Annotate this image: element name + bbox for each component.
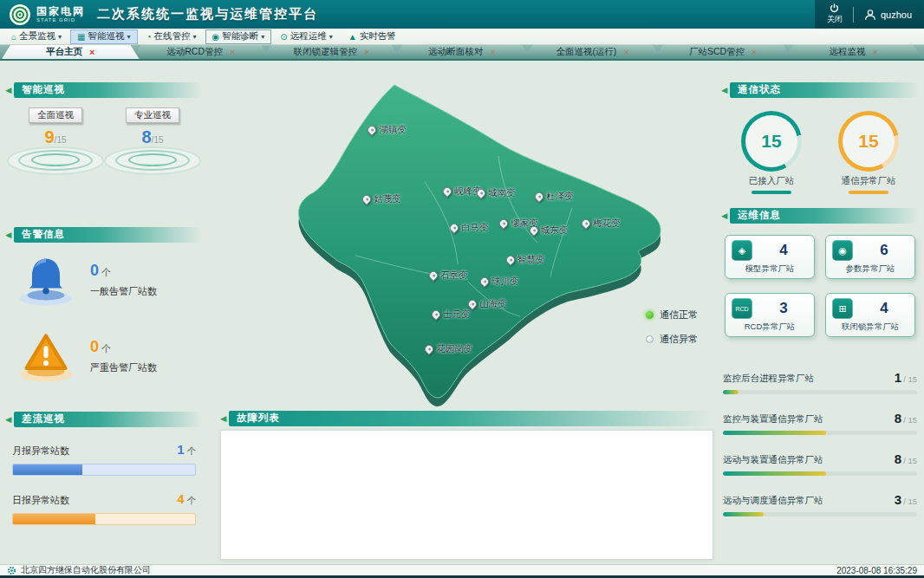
tab-close-icon[interactable] [873, 48, 878, 57]
ops-cards: ◈ 4 模型异常厂站 ◉ 6 参数异常厂站 RCD 3 RCD异常厂站 ⊞ 4 … [721, 223, 919, 337]
menu-panorama[interactable]: ⌂ 全景监视 ▾ [4, 29, 68, 44]
region-map[interactable]: 湖镇变 岘峰变 城南变 杜泽变 姑蔑变 白马变 缪家变 城东变 梅花变 智慧变 … [208, 61, 715, 407]
map-pin-chengnan[interactable]: 城南变 [477, 187, 516, 199]
diagnosis-icon: ◉ [212, 32, 220, 42]
map-pin-baima[interactable]: 白马变 [450, 222, 489, 234]
diff-count: 4 [177, 491, 184, 506]
ring-gauge: 15 [838, 111, 899, 172]
tab-rcd-control[interactable]: 远动RCD管控 [133, 45, 270, 59]
card-interlock-abnormal[interactable]: ⊞ 4 联闭锁异常厂站 [825, 293, 915, 337]
menu-label: 在线管控 [154, 30, 191, 42]
inspection-icon: ▦ [77, 32, 85, 42]
progress-value: 1 [895, 370, 901, 385]
tab-close-icon[interactable] [230, 48, 235, 57]
brand-text: 国家电网 STATE GRID [36, 6, 85, 23]
tab-close-icon[interactable] [752, 48, 757, 57]
tab-label: 远动RCD管控 [166, 46, 223, 58]
gear-icon [7, 566, 16, 575]
tab-interlock-logic[interactable]: 联闭锁逻辑管控 [263, 45, 400, 59]
tab-remote-monitor[interactable]: 远程监视 [784, 45, 922, 59]
user-menu[interactable]: quzhou [864, 9, 912, 21]
map-pin-shishi[interactable]: 石室变 [429, 270, 468, 282]
menu-online-control[interactable]: ◔ 在线管控 ▾ [140, 29, 204, 44]
tab-close-icon[interactable] [364, 48, 369, 57]
map-pin-huzhen[interactable]: 湖镇变 [368, 124, 407, 136]
gauge-label: 全面巡视 [29, 107, 82, 123]
gauge-count: 8 [141, 127, 151, 146]
progress-label: 远动与调度通信异常厂站 [723, 495, 823, 507]
comm-count: 15 [843, 115, 895, 167]
map-pin-label: 城东变 [541, 224, 569, 237]
menu-label: 全景监视 [19, 30, 55, 42]
menu-label: 实时告警 [360, 30, 396, 42]
map-pin-zhihui[interactable]: 智慧变 [506, 254, 545, 266]
card-label: 参数异常厂站 [832, 263, 908, 275]
tab-label: 厂站SCD管控 [689, 46, 745, 58]
tab-close-icon[interactable] [490, 48, 495, 57]
gauge-value: 8/15 [141, 127, 163, 147]
tab-full-inspection[interactable]: 全面巡视(运行) [524, 45, 661, 59]
section-alarm-header: 告警信息 [5, 227, 203, 242]
map-pin-chengdong[interactable]: 城东变 [530, 224, 569, 237]
brand-subtitle: STATE GRID [36, 17, 85, 23]
section-arrow-icon [220, 414, 226, 423]
map-pin-duze[interactable]: 杜泽变 [535, 191, 574, 203]
brand: 国家电网 STATE GRID [0, 3, 94, 26]
progress-value: 8 [895, 451, 901, 466]
progress-bar [723, 431, 917, 435]
progress-bar [723, 512, 917, 516]
gauge-total: /15 [152, 135, 164, 145]
menu-diagnosis[interactable]: ◉ 智能诊断 ▾ [205, 29, 272, 44]
progress-total: / 15 [903, 415, 917, 425]
username: quzhou [881, 10, 912, 20]
card-param-abnormal[interactable]: ◉ 6 参数异常厂站 [825, 235, 915, 279]
green-dot-icon [646, 311, 654, 319]
map-pin-label: 梅花变 [593, 218, 621, 230]
close-button[interactable]: 关闭 [827, 3, 843, 25]
map-shape [208, 61, 715, 407]
map-pin-icon [498, 218, 510, 230]
diff-unit: 个 [187, 445, 197, 456]
map-pin-shanhai[interactable]: 山海变 [468, 298, 507, 310]
menu-realtime-alarm[interactable]: ▲ 实时告警 [342, 29, 403, 44]
tab-section-check[interactable]: 远动断面核对 [394, 45, 531, 59]
alarm-text: 0个 严重告警厂站数 [90, 338, 157, 374]
chevron-down-icon: ▾ [58, 33, 62, 41]
card-model-abnormal[interactable]: ◈ 4 模型异常厂站 [725, 235, 815, 279]
center-column: 湖镇变 岘峰变 城南变 杜泽变 姑蔑变 白马变 缪家变 城东变 梅花变 智慧变 … [208, 61, 715, 562]
close-label: 关闭 [827, 14, 843, 25]
map-pin-qiuchuan[interactable]: 球川变 [480, 276, 519, 288]
online-control-icon: ◔ [146, 32, 152, 42]
diff-label: 日报异常站数 [12, 494, 69, 507]
section-inspection-header: 智能巡视 [5, 82, 203, 97]
progress-list: 监控后台进程异常厂站 1/ 15 监控与装置通信异常厂站 8/ 15 远动与装置… [721, 370, 919, 516]
gauge-underline [752, 191, 791, 194]
tab-platform-home[interactable]: 平台主页 [2, 45, 140, 59]
gauge-pedestal [102, 142, 203, 179]
tab-close-icon[interactable] [89, 48, 94, 57]
card-rcd-abnormal[interactable]: RCD 3 RCD异常厂站 [725, 293, 815, 337]
map-pin-label: 山海变 [479, 298, 507, 310]
map-pin-icon [448, 222, 460, 234]
section-arrow-icon [5, 415, 11, 424]
menu-remote-ops[interactable]: ⊙ 远程运维 ▾ [273, 29, 339, 44]
tab-label: 远动断面核对 [428, 46, 483, 58]
diff-count: 1 [177, 442, 184, 457]
page-title: 二次系统统一监视与运维管控平台 [97, 6, 318, 23]
tab-scd-control[interactable]: 厂站SCD管控 [654, 45, 792, 59]
map-pin-huayuangang[interactable]: 花园岗变 [425, 343, 472, 355]
map-pin-meihua[interactable]: 梅花变 [582, 218, 621, 230]
map-pin-gumie[interactable]: 姑蔑变 [362, 193, 401, 205]
map-legend: 通信正常 通信异常 [646, 308, 698, 346]
menu-inspection[interactable]: ▦ 智能巡视 ▾ [70, 29, 137, 44]
map-pin-icon [361, 193, 373, 205]
section-fault-header: 故障列表 [220, 411, 713, 425]
map-pin-icon [366, 124, 378, 136]
tab-close-icon[interactable] [623, 48, 628, 57]
map-pin-shiyuan[interactable]: 士元变 [432, 308, 471, 321]
alarm-count: 0 [90, 262, 99, 279]
menu-label: 远程运维 [290, 30, 327, 42]
brand-name: 国家电网 [36, 6, 85, 17]
map-pin-label: 城南变 [488, 187, 516, 199]
app-screen: 国家电网 STATE GRID 二次系统统一监视与运维管控平台 关闭 quzho… [0, 0, 924, 578]
